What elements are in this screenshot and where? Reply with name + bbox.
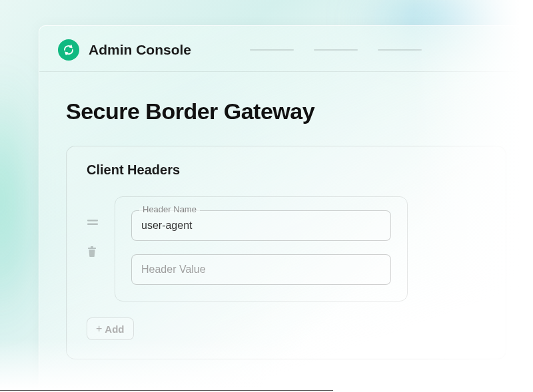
brand-title: Admin Console bbox=[89, 42, 191, 58]
svg-rect-2 bbox=[88, 248, 96, 249]
header-value-field-wrap bbox=[131, 254, 391, 285]
add-button-label: Add bbox=[105, 323, 124, 335]
decorative-glow-left bbox=[0, 67, 27, 333]
content-area: Secure Border Gateway Client Headers bbox=[39, 72, 533, 359]
add-button[interactable]: + Add bbox=[87, 317, 134, 340]
panel-title: Client Headers bbox=[87, 162, 486, 178]
header-name-input[interactable] bbox=[131, 210, 391, 241]
app-window: Admin Console Secure Border Gateway Clie… bbox=[39, 25, 533, 392]
header-row: Header Name bbox=[87, 196, 486, 301]
header-name-field-wrap: Header Name bbox=[131, 210, 391, 241]
row-controls bbox=[87, 196, 103, 260]
refresh-icon bbox=[63, 44, 75, 56]
nav-item-placeholder[interactable] bbox=[378, 49, 422, 51]
drag-handle-icon[interactable] bbox=[87, 218, 103, 230]
page-title: Secure Border Gateway bbox=[66, 98, 506, 124]
trash-icon[interactable] bbox=[87, 246, 103, 260]
nav-item-placeholder[interactable] bbox=[314, 49, 358, 51]
topbar: Admin Console bbox=[39, 26, 533, 72]
svg-rect-1 bbox=[87, 224, 98, 226]
header-fields: Header Name bbox=[115, 196, 408, 301]
svg-rect-0 bbox=[87, 220, 98, 222]
header-name-label: Header Name bbox=[139, 204, 200, 214]
plus-icon: + bbox=[96, 323, 102, 335]
svg-rect-3 bbox=[91, 246, 93, 248]
nav-item-placeholder[interactable] bbox=[250, 49, 294, 51]
header-value-input[interactable] bbox=[131, 254, 391, 285]
decorative-baseline bbox=[0, 390, 333, 391]
brand-logo bbox=[58, 39, 79, 61]
nav-placeholders bbox=[250, 49, 422, 51]
client-headers-panel: Client Headers bbox=[66, 146, 506, 359]
